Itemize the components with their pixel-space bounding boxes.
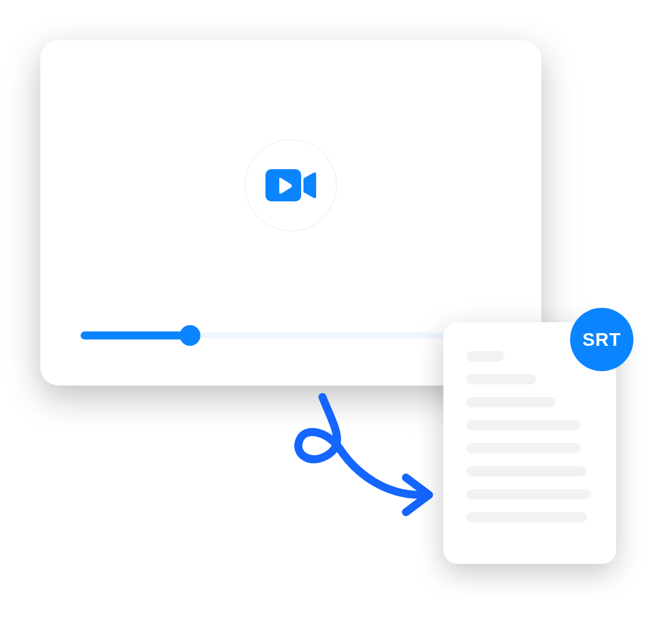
progress-fill — [81, 331, 190, 339]
doc-text-line — [466, 466, 587, 476]
progress-thumb[interactable] — [180, 325, 200, 346]
subtitle-document-card: SRT — [443, 322, 616, 564]
doc-text-line — [466, 443, 580, 453]
doc-text-line — [466, 512, 587, 522]
video-progress-slider[interactable] — [81, 331, 501, 339]
doc-text-line — [466, 489, 591, 499]
doc-text-line — [466, 351, 504, 361]
play-button[interactable] — [245, 139, 337, 231]
doc-text-line — [466, 420, 580, 430]
doc-text-line — [466, 374, 536, 384]
srt-badge-label: SRT — [583, 329, 621, 350]
video-camera-icon — [265, 167, 316, 204]
srt-format-badge: SRT — [570, 308, 633, 371]
doc-text-line — [466, 397, 555, 407]
arrow-icon — [271, 391, 443, 535]
